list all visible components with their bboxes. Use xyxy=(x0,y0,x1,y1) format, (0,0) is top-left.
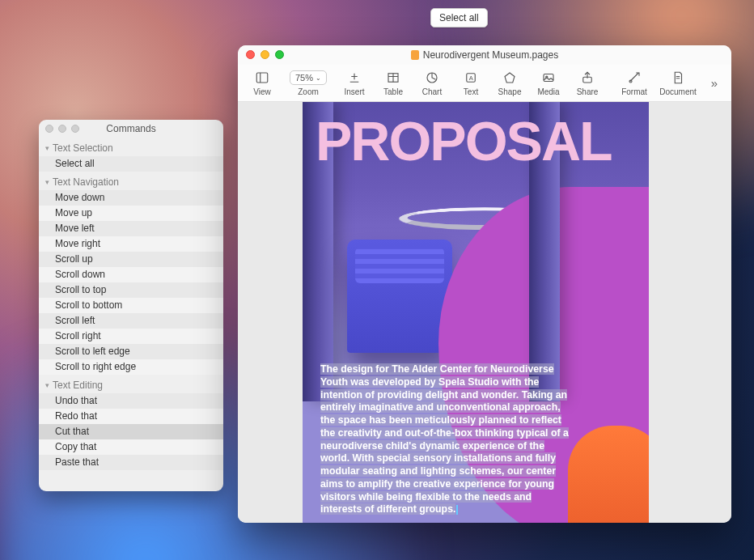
insert-button[interactable]: Insert xyxy=(337,70,372,96)
voice-command-tooltip: Select all xyxy=(430,8,488,28)
pages-window: Neurodivergent Museum.pages View 75%⌄ Zo… xyxy=(238,45,731,523)
command-item[interactable]: Cut that xyxy=(39,424,223,439)
document-canvas[interactable]: PROPOSAL The design for The Alder Center… xyxy=(238,102,731,523)
fullscreen-icon[interactable] xyxy=(275,50,284,59)
commands-panel: Commands ▾Text SelectionSelect all▾Text … xyxy=(39,120,223,491)
command-item[interactable]: Undo that xyxy=(39,393,223,409)
view-button[interactable]: View xyxy=(244,70,280,96)
command-item[interactable]: Move down xyxy=(39,190,223,206)
commands-group-header[interactable]: ▾Text Editing xyxy=(39,375,223,393)
command-item[interactable]: Scroll to bottom xyxy=(39,298,223,313)
media-button[interactable]: Media xyxy=(531,70,566,96)
tooltip-text: Select all xyxy=(439,12,479,23)
page-headline[interactable]: PROPOSAL xyxy=(316,117,649,166)
pages-toolbar: View 75%⌄ Zoom Insert Table Chart A Text… xyxy=(238,65,731,102)
commands-group-label: Text Selection xyxy=(53,142,113,154)
close-icon[interactable] xyxy=(45,125,53,133)
chart-button[interactable]: Chart xyxy=(414,70,450,96)
command-item[interactable]: Scroll to right edge xyxy=(39,359,223,375)
chevron-down-icon: ⌄ xyxy=(316,74,321,82)
command-item[interactable]: Move up xyxy=(39,206,223,221)
commands-group-header[interactable]: ▾Text Navigation xyxy=(39,172,223,190)
selected-text[interactable]: The design for The Alder Center for Neur… xyxy=(320,363,569,515)
share-button[interactable]: Share xyxy=(570,70,605,96)
command-item[interactable]: Scroll left xyxy=(39,313,223,329)
command-item[interactable]: Paste that xyxy=(39,455,223,470)
chevron-down-icon: ▾ xyxy=(45,381,49,389)
page-body-text[interactable]: The design for The Alder Center for Neur… xyxy=(320,363,571,516)
format-button[interactable]: Format xyxy=(616,70,652,96)
zoom-icon[interactable] xyxy=(71,125,79,133)
command-item[interactable]: Copy that xyxy=(39,439,223,455)
svg-rect-11 xyxy=(544,74,553,82)
close-icon[interactable] xyxy=(246,50,255,59)
text-button[interactable]: A Text xyxy=(453,70,489,96)
command-item[interactable]: Scroll to top xyxy=(39,282,223,298)
commands-group-label: Text Navigation xyxy=(53,176,119,188)
command-item[interactable]: Scroll down xyxy=(39,267,223,282)
command-item[interactable]: Redo that xyxy=(39,409,223,424)
minimize-icon[interactable] xyxy=(58,125,66,133)
command-item[interactable]: Move right xyxy=(39,236,223,252)
svg-rect-0 xyxy=(256,73,268,83)
commands-group-label: Text Editing xyxy=(53,380,103,391)
chevron-down-icon: ▾ xyxy=(45,144,49,152)
command-item[interactable]: Scroll up xyxy=(39,252,223,267)
document-title: Neurodivergent Museum.pages xyxy=(411,49,558,61)
command-item[interactable]: Move left xyxy=(39,221,223,236)
pages-doc-icon xyxy=(411,50,419,60)
command-item[interactable]: Scroll to left edge xyxy=(39,344,223,359)
commands-titlebar[interactable]: Commands xyxy=(39,120,223,138)
document-page[interactable]: PROPOSAL The design for The Alder Center… xyxy=(303,102,649,523)
minimize-icon[interactable] xyxy=(261,50,269,59)
commands-group-header[interactable]: ▾Text Selection xyxy=(39,138,223,156)
command-item[interactable]: Select all xyxy=(39,156,223,172)
zoom-button[interactable]: 75%⌄ Zoom xyxy=(283,70,333,96)
toolbar-overflow-icon[interactable]: » xyxy=(704,76,725,90)
pages-titlebar[interactable]: Neurodivergent Museum.pages xyxy=(238,45,731,65)
svg-text:A: A xyxy=(469,74,473,82)
shape-button[interactable]: Shape xyxy=(492,70,527,96)
chevron-down-icon: ▾ xyxy=(45,178,49,186)
table-button[interactable]: Table xyxy=(375,70,411,96)
text-caret xyxy=(456,505,458,515)
document-button[interactable]: Document xyxy=(655,70,701,96)
commands-title: Commands xyxy=(106,123,155,134)
command-item[interactable]: Scroll right xyxy=(39,329,223,344)
